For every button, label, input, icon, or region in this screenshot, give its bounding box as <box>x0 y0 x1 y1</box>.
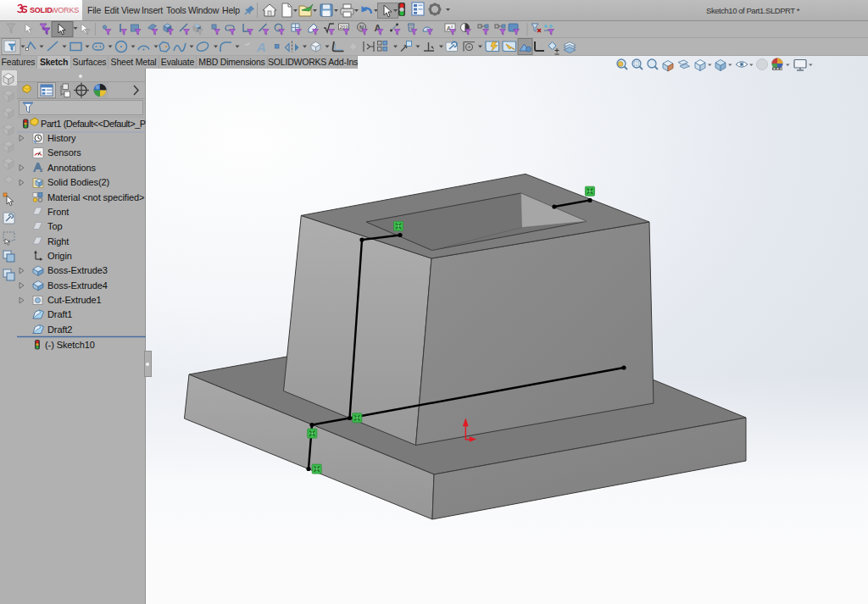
svg-text:203: 203 <box>340 25 349 30</box>
svg-text:A: A <box>256 40 266 54</box>
